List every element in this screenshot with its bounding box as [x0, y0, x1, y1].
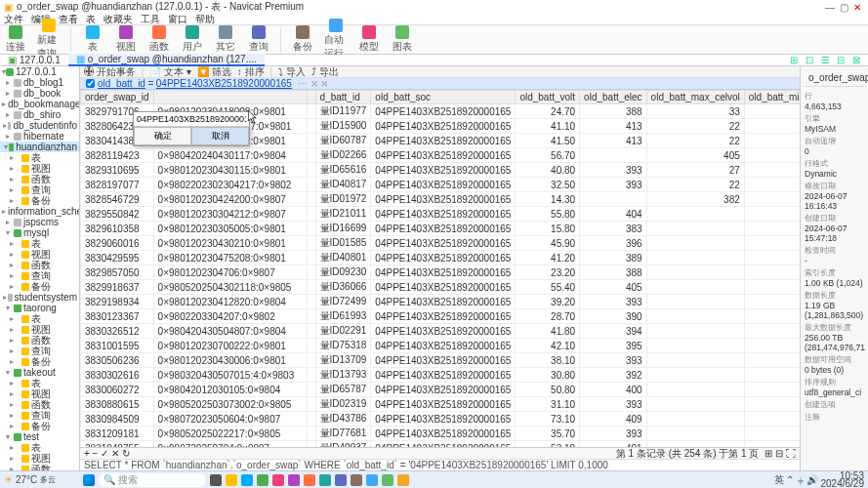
cell[interactable]	[646, 207, 744, 222]
cell[interactable]: 量ID02266	[315, 148, 371, 163]
toolbar-其它[interactable]: 其它	[214, 25, 237, 54]
cell[interactable]: 405	[646, 148, 744, 163]
cell[interactable]: 41.20	[516, 251, 580, 265]
tree-twisty[interactable]: ▾	[2, 228, 14, 237]
cell[interactable]: 3830060272	[81, 383, 154, 397]
cell[interactable]: 383	[580, 222, 647, 236]
cell[interactable]: 31	[744, 207, 800, 222]
cell[interactable]: 3830123367	[81, 309, 154, 324]
toolbar-用户[interactable]: 用户	[181, 25, 204, 54]
cell[interactable]: 3829198934	[81, 295, 154, 309]
app-icon[interactable]	[319, 474, 331, 486]
cell[interactable]	[307, 134, 315, 148]
column-header[interactable]: old_batt_max_celvol	[646, 91, 744, 104]
cell[interactable]: 量ID75318	[315, 339, 371, 353]
cell[interactable]: 382	[646, 192, 744, 207]
table-row[interactable]: 38305062360×980120230430006:0×9801量ID137…	[81, 353, 801, 368]
cell[interactable]: 量ID40817	[315, 178, 371, 192]
cell[interactable]: 393	[580, 163, 647, 178]
cell[interactable]: 42	[744, 412, 800, 427]
cell[interactable]	[307, 427, 315, 441]
cell[interactable]: 401	[580, 441, 647, 448]
filter-ok-button[interactable]: 确定	[134, 127, 191, 145]
cell[interactable]: 04PPE1403XB2518920000165	[371, 412, 516, 427]
cell[interactable]: 0×980320430507015:4:0×9803	[153, 368, 307, 383]
cell[interactable]: 38.10	[516, 353, 580, 368]
cell[interactable]: 39.20	[516, 295, 580, 309]
app-icon[interactable]	[335, 474, 347, 486]
cell[interactable]: 量ID40801	[315, 251, 371, 265]
cell[interactable]: 50.80	[516, 383, 580, 397]
page-icons[interactable]: ⊞ ⊟ ⛶	[765, 448, 796, 459]
menu-item[interactable]: 窗口	[168, 13, 187, 26]
cell[interactable]: 25	[744, 295, 800, 309]
tree-twisty[interactable]: ▸	[2, 218, 14, 226]
cell[interactable]: 量ID15900	[315, 119, 371, 134]
cell[interactable]	[307, 251, 315, 265]
cell[interactable]: 35.70	[516, 427, 580, 441]
cell[interactable]: 04PPE1403XB2518920000165	[371, 163, 516, 178]
cell[interactable]: 394	[580, 324, 647, 339]
table-row[interactable]: 38301233670×9802203304207:0×9802量ID61993…	[81, 309, 801, 324]
navicat-icon[interactable]	[397, 474, 409, 486]
tree-twisty[interactable]: ▸	[2, 411, 21, 420]
table-row[interactable]: 38310015950×980120230700222:0×9801量ID753…	[81, 339, 801, 353]
cell[interactable]: 量ID36066	[315, 280, 371, 295]
cell[interactable]	[307, 397, 315, 412]
table-row[interactable]: 38308806150×9805202503073002:0×9805量ID02…	[81, 397, 801, 412]
cell[interactable]: 量ID40937	[315, 441, 371, 448]
cell[interactable]: 393	[580, 295, 647, 309]
menu-item[interactable]: 查看	[59, 13, 78, 26]
filter-button[interactable]: 🔽 筛选	[197, 66, 231, 79]
cell[interactable]: 量ID02291	[315, 324, 371, 339]
sort-button[interactable]: ↕ 排序	[237, 66, 265, 79]
cell[interactable]: 04PPE1403XB2518920000165	[371, 353, 516, 368]
tree-twisty[interactable]: ▾	[2, 368, 14, 377]
tree-item[interactable]: ▸db_studentinfo	[0, 120, 79, 131]
cell[interactable]: 409	[580, 412, 647, 427]
toolbar-函数[interactable]: 函数	[147, 25, 171, 54]
cell[interactable]: 04PPE1403XB2518920000165	[371, 339, 516, 353]
table-row[interactable]: 38291989340×980120230412820:0×9804量ID724…	[81, 295, 801, 309]
tree-twisty[interactable]: ▸	[2, 196, 21, 205]
cell[interactable]: 0×98052025022217:0×9805	[153, 427, 307, 441]
menu-item[interactable]: 表	[86, 13, 96, 26]
cell[interactable]	[646, 280, 744, 295]
tree-twisty[interactable]: ▸	[2, 422, 21, 430]
cell[interactable]: 28	[744, 251, 800, 265]
cell[interactable]: 11	[744, 222, 800, 236]
column-header[interactable]: order_swap_id	[81, 91, 154, 104]
maximize-button[interactable]: ▢	[837, 2, 850, 13]
tree-twisty[interactable]: ▸	[2, 400, 21, 409]
cell[interactable]: 55.80	[516, 207, 580, 222]
tree-item[interactable]: ▸db_blog1	[0, 77, 79, 88]
cell[interactable]	[307, 192, 315, 207]
cell[interactable]: 04PPE1403XB2518920000165	[371, 192, 516, 207]
cell[interactable]: 41.10	[516, 119, 580, 134]
tree-twisty[interactable]: ▸	[2, 121, 8, 130]
cell[interactable]: 388	[580, 265, 647, 280]
cell[interactable]: 393	[580, 427, 647, 441]
cell[interactable]	[646, 427, 744, 441]
table-row[interactable]: 38293106950×980120230430115:0×9801量ID656…	[81, 163, 801, 178]
cell[interactable]: 0×980120230430210:0×9801	[153, 236, 307, 251]
cell[interactable]: 21	[744, 353, 800, 368]
corner-view-icon[interactable]: ⊡	[804, 55, 815, 66]
column-header[interactable]: old_batt_elec	[580, 91, 647, 104]
tree-item[interactable]: ▸db_bookmanager	[0, 99, 79, 109]
cell[interactable]: 04PPE1403XB2518920000165	[371, 441, 516, 448]
cell[interactable]	[646, 441, 744, 448]
cell[interactable]: 量ID13793	[315, 368, 371, 383]
view-text-button[interactable]: 📄 文本 ▾	[149, 66, 191, 79]
cell[interactable]: 33	[646, 104, 744, 119]
cell[interactable]: 56.70	[516, 148, 580, 163]
tree-twisty[interactable]: ▾	[2, 142, 9, 151]
table-row[interactable]: 38281194230×980420240430117:0×9804量ID022…	[81, 148, 801, 163]
cell[interactable]: 3828119423	[81, 148, 154, 163]
begin-transaction-button[interactable]: 🕀 开始事务	[84, 66, 136, 79]
cell[interactable]	[646, 295, 744, 309]
tree-twisty[interactable]: ▸	[2, 78, 14, 87]
cell[interactable]	[646, 309, 744, 324]
cell[interactable]: 413	[580, 134, 647, 148]
cell[interactable]	[307, 119, 315, 134]
